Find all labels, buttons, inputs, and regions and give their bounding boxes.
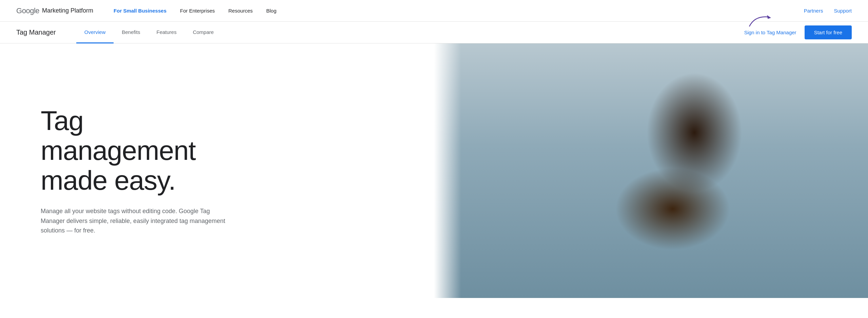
nav-enterprises[interactable]: For Enterprises	[180, 8, 215, 14]
google-logo: Google	[16, 6, 39, 15]
hero-subtitle: Manage all your website tags without edi…	[41, 206, 231, 236]
hero-title: Tag management made easy.	[41, 106, 407, 195]
nav-partners[interactable]: Partners	[804, 8, 823, 14]
sub-nav-links: Overview Benefits Features Compare	[76, 22, 744, 43]
top-navigation: Google Marketing Platform For Small Busi…	[0, 0, 868, 22]
hero-content: Tag management made easy. Manage all you…	[0, 43, 434, 298]
subnav-benefits[interactable]: Benefits	[114, 22, 148, 43]
subnav-overview[interactable]: Overview	[76, 22, 114, 43]
image-fade	[434, 43, 461, 298]
sub-navigation: Tag Manager Overview Benefits Features C…	[0, 22, 868, 43]
product-title: Tag Manager	[16, 29, 56, 36]
logo-area: Google Marketing Platform	[16, 6, 93, 15]
top-nav-links: For Small Businesses For Enterprises Res…	[114, 8, 804, 14]
hero-photo	[434, 43, 868, 298]
subnav-features[interactable]: Features	[148, 22, 184, 43]
hero-section: Tag management made easy. Manage all you…	[0, 43, 868, 298]
sign-in-link[interactable]: Sign in to Tag Manager	[744, 30, 796, 35]
top-nav-right: Partners Support	[804, 8, 852, 14]
nav-blog[interactable]: Blog	[266, 8, 276, 14]
nav-support[interactable]: Support	[834, 8, 852, 14]
person-overlay	[434, 43, 868, 298]
hero-image	[434, 43, 868, 298]
nav-small-businesses[interactable]: For Small Businesses	[114, 8, 166, 14]
sub-nav-right: Sign in to Tag Manager Start for free	[744, 25, 852, 39]
platform-name: Marketing Platform	[42, 7, 93, 14]
subnav-compare[interactable]: Compare	[185, 22, 222, 43]
start-free-button[interactable]: Start for free	[805, 25, 852, 39]
nav-resources[interactable]: Resources	[229, 8, 253, 14]
